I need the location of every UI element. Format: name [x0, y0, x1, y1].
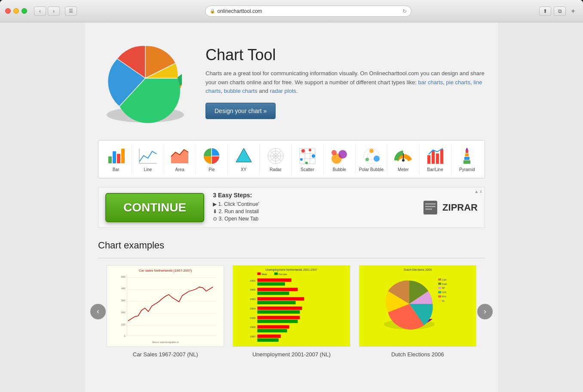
hero-section: Chart Tool Charts are a great tool for c…: [98, 35, 485, 130]
svg-point-36: [301, 149, 305, 153]
sidebar-button[interactable]: ☰: [65, 6, 77, 16]
svg-rect-115: [438, 287, 441, 289]
svg-marker-17: [236, 148, 252, 162]
svg-text:500: 500: [121, 276, 126, 278]
example-label-unemployment: Unemployment 2001-2007 (NL): [252, 351, 331, 358]
share-button[interactable]: ⬆: [539, 6, 551, 16]
bubble-label: Bubble: [333, 167, 346, 172]
chart-type-pyramid[interactable]: Pyramid: [451, 144, 483, 175]
pie-charts-link[interactable]: pie charts: [446, 79, 470, 86]
chart-type-scatter[interactable]: Scatter: [292, 144, 324, 175]
page-content: Chart Tool Charts are a great tool for c…: [0, 22, 583, 392]
svg-rect-90: [258, 291, 289, 295]
back-button[interactable]: ‹: [34, 6, 46, 16]
bar-line-chart-icon: [425, 147, 445, 165]
ad-steps-title: 3 Easy Steps:: [213, 192, 413, 199]
chart-type-xy[interactable]: XY: [228, 144, 260, 175]
chart-type-bubble[interactable]: Bubble: [324, 144, 356, 175]
svg-text:Car sales Netherlands (1967-20: Car sales Netherlands (1967-2007): [139, 269, 192, 273]
svg-rect-56: [463, 160, 470, 164]
example-item-unemployment[interactable]: Unemployment Netherlands 2001-2007 Male …: [233, 265, 350, 358]
forward-button[interactable]: ›: [48, 6, 60, 16]
svg-rect-121: [438, 300, 441, 302]
svg-text:Unemployment Netherlands 2001-: Unemployment Netherlands 2001-2007: [266, 268, 318, 272]
scatter-chart-icon: [297, 147, 318, 165]
svg-rect-64: [425, 208, 432, 210]
chart-type-radar[interactable]: Radar: [260, 144, 292, 175]
chart-type-bar[interactable]: Bar: [100, 144, 132, 175]
example-label-dutch-elections: Dutch Elections 2006: [391, 351, 444, 358]
examples-container: ‹ Car sales Netherlands (1967-2007): [98, 265, 485, 358]
continue-button[interactable]: CONTINUE: [105, 193, 204, 222]
hero-pie-chart: [98, 35, 193, 130]
svg-rect-91: [258, 297, 304, 300]
svg-rect-92: [258, 301, 296, 304]
svg-marker-12: [171, 150, 188, 163]
bubble-chart-icon: [329, 147, 350, 165]
design-chart-button[interactable]: Design your chart »: [206, 103, 276, 119]
browser-window: ‹ › ☰ 🔒 onlinecharttool.com ↻ ⬆ ⧉ +: [0, 0, 583, 392]
title-bar: ‹ › ☰ 🔒 onlinecharttool.com ↻ ⬆ ⧉ +: [0, 0, 583, 22]
line-label: Line: [144, 167, 152, 172]
area-chart-icon: [169, 147, 190, 165]
svg-rect-52: [432, 151, 435, 164]
svg-rect-63: [425, 206, 436, 207]
svg-rect-58: [465, 153, 469, 156]
bar-charts-link[interactable]: bar charts: [418, 79, 443, 86]
svg-point-37: [309, 149, 311, 151]
polar-bubble-chart-icon: [361, 147, 382, 165]
radar-plots-link[interactable]: radar plots: [270, 88, 296, 94]
section-divider: [98, 258, 485, 258]
svg-rect-100: [258, 338, 279, 342]
new-tab-button[interactable]: ⧉: [554, 6, 566, 16]
ad-close-button[interactable]: ▲ x: [474, 189, 482, 194]
add-button[interactable]: +: [568, 6, 578, 16]
svg-rect-9: [121, 149, 125, 163]
chart-type-meter[interactable]: Meter: [387, 144, 419, 175]
svg-text:2003: 2003: [250, 298, 256, 300]
svg-text:Male: Male: [262, 273, 268, 276]
svg-point-46: [369, 149, 374, 153]
example-item-car-sales[interactable]: Car sales Netherlands (1967-2007) 0 100 …: [107, 265, 224, 358]
bar-line-label: Bar/Line: [427, 167, 443, 172]
svg-text:2002: 2002: [250, 288, 256, 291]
example-thumb-unemployment: Unemployment Netherlands 2001-2007 Male …: [233, 265, 350, 347]
close-window-button[interactable]: [5, 8, 11, 14]
ad-logo: ZIPRAR: [422, 199, 478, 216]
svg-text:Source: www.bovagcijfers.nl: Source: www.bovagcijfers.nl: [152, 341, 179, 343]
address-bar[interactable]: 🔒 onlinecharttool.com ↻: [205, 6, 411, 17]
svg-point-48: [365, 158, 369, 161]
svg-rect-83: [258, 273, 261, 275]
svg-rect-88: [258, 282, 285, 286]
svg-rect-96: [258, 320, 298, 323]
chart-type-line[interactable]: Line: [132, 144, 164, 175]
svg-rect-94: [258, 310, 300, 314]
svg-text:GL: GL: [442, 300, 445, 302]
svg-rect-97: [258, 325, 289, 329]
svg-rect-113: [438, 283, 441, 285]
chart-examples-section: Chart examples ‹ Car sales Netherlands (…: [98, 240, 485, 358]
svg-rect-7: [113, 151, 116, 163]
chart-type-pie[interactable]: Pie: [196, 144, 228, 175]
hero-text: Chart Tool Charts are a great tool for c…: [206, 46, 485, 119]
pie-label: Pie: [209, 167, 215, 172]
example-item-dutch-elections[interactable]: Dutch Elections 2006: [359, 265, 476, 358]
carousel-next-button[interactable]: ›: [477, 304, 493, 319]
chart-type-area[interactable]: Area: [164, 144, 196, 175]
maximize-window-button[interactable]: [21, 8, 27, 14]
svg-point-42: [338, 150, 347, 159]
minimize-window-button[interactable]: [13, 8, 19, 14]
traffic-lights: [5, 8, 27, 14]
svg-rect-51: [427, 155, 430, 164]
carousel-prev-button[interactable]: ‹: [90, 304, 106, 319]
refresh-icon[interactable]: ↻: [402, 8, 407, 14]
example-thumb-car-sales: Car sales Netherlands (1967-2007) 0 100 …: [107, 265, 224, 347]
svg-rect-8: [117, 154, 120, 163]
chart-type-bar-line[interactable]: Bar/Line: [420, 144, 451, 175]
bubble-charts-link[interactable]: bubble charts: [224, 88, 258, 94]
svg-rect-111: [438, 279, 441, 281]
svg-rect-6: [108, 156, 112, 163]
svg-rect-54: [440, 149, 443, 164]
ad-banner: ▲ x CONTINUE 3 Easy Steps: ▶ 1. Click 'C…: [98, 187, 485, 228]
chart-type-polar-bubble[interactable]: Polar Bubble: [356, 144, 387, 175]
